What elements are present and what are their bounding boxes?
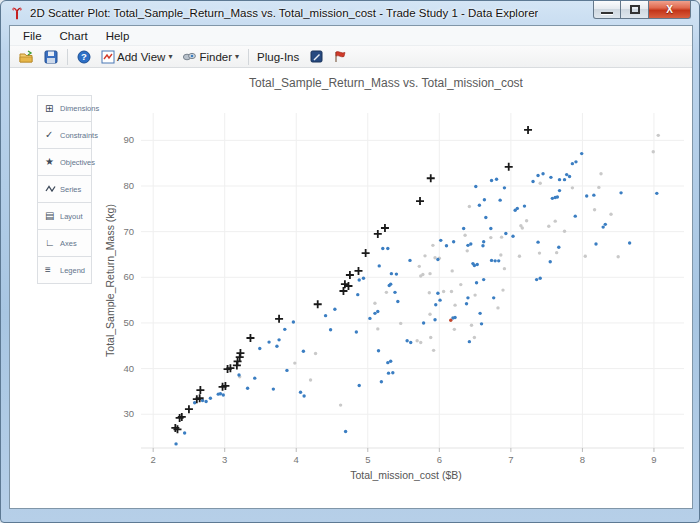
data-point-plus (524, 126, 532, 134)
data-point-dot (493, 259, 496, 262)
series-red-selected-point[interactable] (449, 319, 452, 322)
x-tick-label: 7 (508, 454, 513, 465)
data-point-dot (483, 198, 486, 201)
data-point-dot (521, 226, 524, 229)
data-point-dot (422, 321, 425, 324)
sidebar-panel-dimensions[interactable]: ⊞Dimensions (37, 95, 92, 122)
data-point-dot (386, 247, 389, 250)
y-tick-label: 70 (123, 226, 134, 237)
data-point-dot (604, 223, 607, 226)
data-point-dot (462, 227, 465, 230)
data-point-dot (368, 317, 371, 320)
menu-file[interactable]: File (14, 28, 51, 44)
data-point-dot (558, 189, 561, 192)
app-window: 2D Scatter Plot: Total_Sample_Return_Mas… (0, 0, 700, 523)
data-point-dot (499, 253, 502, 256)
minimize-button[interactable] (593, 1, 621, 19)
menu-bar: FileChartHelp (10, 26, 692, 46)
plugin-flag-button[interactable] (329, 48, 351, 65)
x-tick-label: 6 (437, 454, 442, 465)
chart-settings-sidebar: ⊞Dimensions✓Constraints★ObjectivesSeries… (37, 95, 92, 284)
data-point-dot (253, 376, 256, 379)
data-point-dot (442, 290, 445, 293)
plugins-label: Plug-Ins (257, 51, 299, 63)
data-point-dot (557, 245, 560, 248)
add-view-button[interactable]: Add View ▾ (97, 48, 176, 66)
toolbar: ? Add View ▾ Finder ▾ (10, 46, 692, 68)
data-point-dot (418, 265, 421, 268)
sidebar-panel-axes[interactable]: ∟Axes (37, 230, 92, 257)
series-black-pareto-points[interactable] (171, 126, 532, 433)
minimize-icon (601, 12, 613, 15)
data-point-dot (428, 291, 431, 294)
maximize-button[interactable] (621, 1, 649, 19)
data-point-dot (525, 219, 528, 222)
data-point-dot (565, 173, 568, 176)
data-point-plus (246, 334, 254, 342)
data-point-dot (380, 380, 383, 383)
add-view-chart-icon (101, 50, 115, 64)
sidebar-panel-layout[interactable]: ▤Layout (37, 203, 92, 230)
sidebar-panel-label: Constraints (60, 131, 98, 140)
data-point-dot (452, 240, 455, 243)
data-point-dot (373, 312, 376, 315)
sidebar-panel-legend[interactable]: ≡Legend (37, 257, 92, 284)
data-point-dot (585, 194, 588, 197)
objectives-star-icon: ★ (45, 157, 57, 167)
data-point-dot (428, 272, 431, 275)
data-point-dot (523, 204, 526, 207)
data-point-dot (453, 303, 456, 306)
series-blue-design-points[interactable] (174, 152, 658, 446)
data-point-dot (549, 260, 552, 263)
data-point-dot (473, 336, 476, 339)
svg-text:?: ? (81, 51, 87, 62)
data-point-dot (174, 442, 177, 445)
add-view-label: Add View (117, 51, 165, 63)
data-point-dot (539, 277, 542, 280)
toolbar-separator (248, 49, 249, 65)
data-point-plus (374, 230, 382, 238)
data-point-dot (302, 394, 305, 397)
data-point-dot (597, 186, 600, 189)
data-point-dot (387, 371, 390, 374)
title-bar[interactable]: 2D Scatter Plot: Total_Sample_Return_Mas… (1, 1, 699, 25)
menu-help[interactable]: Help (97, 28, 139, 44)
series-gray-dominated-points[interactable] (238, 134, 660, 407)
maximize-icon (630, 5, 640, 14)
save-button[interactable] (40, 48, 62, 66)
data-point-dot (480, 322, 483, 325)
data-point-dot (538, 251, 541, 254)
data-point-dot (267, 340, 270, 343)
data-point-dot (584, 255, 587, 258)
data-point-dot (433, 318, 436, 321)
close-button[interactable]: X (649, 1, 691, 19)
caption-buttons: X (593, 1, 691, 19)
grid-lines (141, 113, 684, 448)
sidebar-panel-objectives[interactable]: ★Objectives (37, 149, 92, 176)
x-tick-label: 8 (580, 454, 585, 465)
help-button[interactable]: ? (73, 48, 95, 66)
data-point-dot (609, 213, 612, 216)
sidebar-panel-series[interactable]: Series (37, 176, 92, 203)
menu-chart[interactable]: Chart (51, 28, 97, 44)
scatter-chart[interactable]: 2345678930405060708090Total_Sample_Retur… (96, 69, 692, 495)
finder-button[interactable]: Finder ▾ (178, 48, 243, 65)
data-point-dot (616, 255, 619, 258)
open-button[interactable] (15, 48, 38, 66)
finder-label: Finder (199, 51, 232, 63)
data-point-dot (385, 291, 388, 294)
data-point-plus (236, 349, 244, 357)
flag-icon (333, 50, 347, 63)
sidebar-panel-constraints[interactable]: ✓Constraints (37, 122, 92, 149)
data-point-plus (339, 287, 347, 295)
data-point-dot (518, 255, 521, 258)
data-point-dot (558, 178, 561, 181)
data-point-dot (436, 292, 439, 295)
plugin-annotate-button[interactable] (306, 48, 327, 65)
data-point-dot (556, 195, 559, 198)
data-point-dot (272, 387, 275, 390)
data-point-dot (436, 258, 439, 261)
data-point-plus (346, 271, 354, 279)
data-point-dot (475, 281, 478, 284)
data-point-dot (324, 314, 327, 317)
